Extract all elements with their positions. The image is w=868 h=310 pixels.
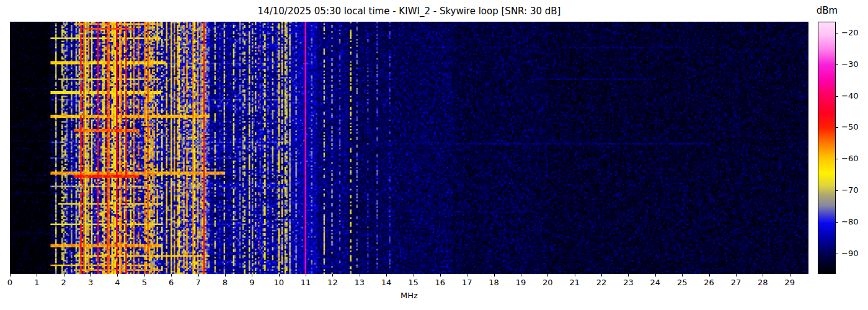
colorbar-tick-label: −70 xyxy=(841,186,858,195)
x-tick-label: 6 xyxy=(169,278,174,287)
x-tick xyxy=(91,274,91,277)
waterfall-plot xyxy=(10,22,808,274)
colorbar-tick-label: −80 xyxy=(841,218,858,226)
x-tick-label: 10 xyxy=(273,278,284,287)
x-tick xyxy=(386,274,387,277)
x-tick-label: 21 xyxy=(569,278,580,287)
x-tick-label: 0 xyxy=(7,278,12,287)
x-tick xyxy=(790,274,790,277)
x-tick xyxy=(360,274,360,277)
x-tick-label: 28 xyxy=(758,278,768,287)
x-tick xyxy=(171,274,172,277)
x-tick xyxy=(709,274,710,277)
x-tick xyxy=(225,274,226,277)
x-tick-label: 29 xyxy=(784,278,795,287)
x-tick-label: 27 xyxy=(731,278,742,287)
x-tick xyxy=(575,274,575,277)
x-tick xyxy=(10,274,11,277)
colorbar-tick-label: −30 xyxy=(841,60,858,69)
colorbar-tick xyxy=(836,96,838,97)
x-tick xyxy=(414,274,414,277)
x-tick-label: 19 xyxy=(516,278,526,287)
x-tick-label: 25 xyxy=(677,278,688,287)
x-tick xyxy=(332,274,333,277)
x-tick-label: 8 xyxy=(223,278,228,287)
colorbar-tick xyxy=(836,222,838,223)
colorbar-tick-label: −90 xyxy=(841,249,858,258)
x-tick xyxy=(601,274,602,277)
spectrogram-canvas xyxy=(10,22,808,274)
x-tick xyxy=(494,274,495,277)
x-tick xyxy=(198,274,199,277)
x-tick-label: 3 xyxy=(88,278,93,287)
x-tick-label: 7 xyxy=(195,278,200,287)
x-tick-label: 11 xyxy=(301,278,311,287)
x-tick-label: 20 xyxy=(542,278,553,287)
colorbar-title: dBm xyxy=(808,5,846,16)
x-tick-label: 2 xyxy=(61,278,66,287)
colorbar-tick xyxy=(836,190,838,191)
x-tick-label: 15 xyxy=(408,278,418,287)
spectrogram-figure: 14/10/2025 05:30 local time - KIWI_2 - S… xyxy=(0,0,868,310)
x-tick-label: 13 xyxy=(354,278,365,287)
x-tick xyxy=(306,274,306,277)
x-tick xyxy=(628,274,629,277)
x-tick xyxy=(252,274,252,277)
x-tick xyxy=(279,274,280,277)
x-tick-label: 5 xyxy=(142,278,147,287)
colorbar-tick-label: −60 xyxy=(841,154,858,163)
x-tick-label: 14 xyxy=(381,278,392,287)
colorbar-tick-label: −20 xyxy=(841,29,858,37)
x-tick xyxy=(682,274,683,277)
colorbar xyxy=(818,22,836,274)
x-tick xyxy=(440,274,441,277)
x-tick-label: 22 xyxy=(596,278,607,287)
x-tick xyxy=(64,274,64,277)
x-tick-label: 1 xyxy=(34,278,39,287)
x-tick xyxy=(37,274,37,277)
x-tick-label: 17 xyxy=(462,278,472,287)
colorbar-tick xyxy=(836,64,838,65)
colorbar-tick xyxy=(836,159,838,159)
x-tick-label: 16 xyxy=(435,278,446,287)
x-tick xyxy=(521,274,521,277)
colorbar-tick xyxy=(836,33,838,33)
x-tick xyxy=(467,274,467,277)
colorbar-tick-label: −50 xyxy=(841,123,858,131)
x-axis-label: MHz xyxy=(10,291,808,300)
x-tick xyxy=(547,274,548,277)
colorbar-tick-label: −40 xyxy=(841,92,858,100)
x-tick xyxy=(655,274,656,277)
x-tick-label: 9 xyxy=(249,278,254,287)
x-tick xyxy=(763,274,763,277)
x-tick xyxy=(736,274,737,277)
x-tick xyxy=(117,274,118,277)
colorbar-ticks: −20−30−40−50−60−70−80−90 xyxy=(836,22,868,274)
x-tick-label: 18 xyxy=(489,278,499,287)
x-tick-label: 23 xyxy=(623,278,634,287)
x-tick-label: 4 xyxy=(115,278,120,287)
x-tick xyxy=(144,274,145,277)
colorbar-tick xyxy=(836,254,838,254)
x-tick-label: 12 xyxy=(327,278,338,287)
x-tick-label: 26 xyxy=(704,278,714,287)
x-tick-label: 24 xyxy=(650,278,661,287)
colorbar-tick xyxy=(836,127,838,128)
chart-title: 14/10/2025 05:30 local time - KIWI_2 - S… xyxy=(10,6,808,17)
